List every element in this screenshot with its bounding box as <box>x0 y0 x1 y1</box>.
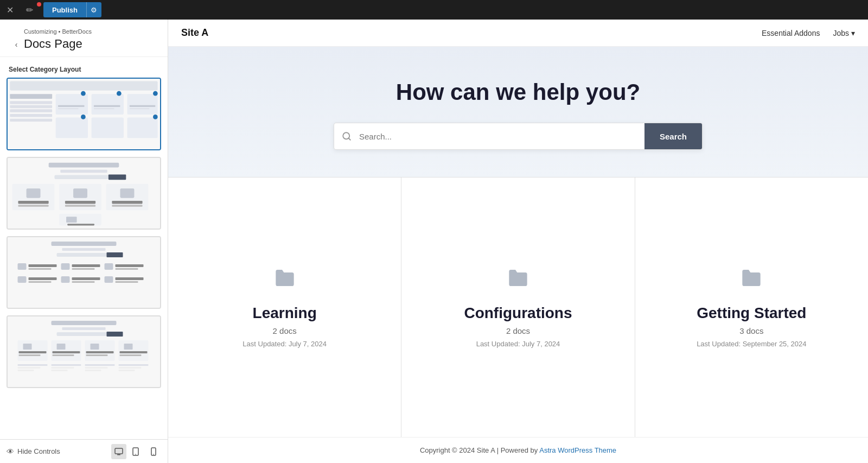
svg-rect-64 <box>116 281 138 283</box>
svg-rect-62 <box>105 276 113 283</box>
category-name-learning: Learning <box>253 305 317 322</box>
svg-rect-27 <box>108 174 126 180</box>
svg-rect-4 <box>10 109 52 112</box>
svg-rect-5 <box>10 114 52 117</box>
svg-point-17 <box>153 115 158 119</box>
site-title: Site A <box>181 27 208 39</box>
svg-rect-43 <box>52 242 117 246</box>
close-button[interactable]: ✕ <box>0 0 20 20</box>
folder-icon-learning <box>274 267 296 294</box>
category-name-configurations: Configurations <box>464 305 572 322</box>
nav-essential-addons[interactable]: Essential Addons <box>762 29 820 37</box>
footer-link[interactable]: Astra WordPress Theme <box>539 446 616 454</box>
svg-rect-33 <box>120 188 135 198</box>
jobs-chevron-icon: ▾ <box>851 29 855 37</box>
svg-point-100 <box>135 454 136 455</box>
svg-rect-88 <box>52 364 81 366</box>
layout-preview-2 <box>8 158 160 229</box>
eye-icon: 👁 <box>7 447 14 456</box>
tablet-view-button[interactable] <box>129 444 144 459</box>
layout-options <box>0 78 168 439</box>
svg-rect-46 <box>107 252 123 257</box>
svg-rect-9 <box>127 94 157 115</box>
svg-rect-23 <box>130 108 150 109</box>
svg-rect-84 <box>120 354 142 356</box>
svg-rect-53 <box>105 263 113 270</box>
mobile-view-button[interactable] <box>146 444 161 459</box>
svg-rect-96 <box>119 370 135 371</box>
breadcrumb: Customizing • BetterDocs <box>24 28 159 35</box>
category-card-learning[interactable]: Learning 2 docs Last Updated: July 7, 20… <box>168 177 401 437</box>
svg-rect-25 <box>60 170 107 173</box>
svg-rect-63 <box>116 277 144 280</box>
sidebar-bottom-bar: 👁 Hide Controls <box>0 439 168 463</box>
svg-rect-79 <box>53 351 80 353</box>
svg-rect-66 <box>62 327 106 330</box>
desktop-view-button[interactable] <box>111 444 126 459</box>
nav-right: Essential Addons Jobs ▾ <box>762 29 855 37</box>
svg-rect-35 <box>18 205 48 207</box>
svg-rect-26 <box>54 175 113 179</box>
svg-rect-80 <box>53 354 74 356</box>
svg-rect-1 <box>10 94 52 99</box>
layout-preview-3 <box>8 237 160 308</box>
layout-option-4[interactable] <box>7 315 161 388</box>
section-label: Select Category Layout <box>0 57 168 78</box>
search-input[interactable] <box>359 123 644 149</box>
svg-rect-45 <box>57 253 111 257</box>
notification-dot <box>37 2 41 7</box>
svg-rect-73 <box>23 344 32 350</box>
top-bar: ✕ ✏ Publish ⚙ <box>0 0 868 20</box>
category-card-getting-started[interactable]: Getting Started 3 docs Last Updated: Sep… <box>635 177 868 437</box>
svg-rect-39 <box>112 205 142 207</box>
svg-rect-90 <box>52 370 68 371</box>
sidebar: ‹ Customizing • BetterDocs Docs Page Sel… <box>0 20 168 463</box>
publish-button[interactable]: Publish <box>43 2 86 17</box>
svg-rect-41 <box>66 217 76 223</box>
svg-rect-81 <box>86 351 114 353</box>
edit-button[interactable]: ✏ <box>20 0 39 20</box>
back-button[interactable]: ‹ <box>9 37 24 52</box>
sidebar-page-title: Docs Page <box>24 37 159 51</box>
category-card-configurations[interactable]: Configurations 2 docs Last Updated: July… <box>401 177 635 437</box>
svg-rect-48 <box>29 264 57 267</box>
svg-rect-55 <box>116 268 138 270</box>
svg-rect-10 <box>56 117 88 138</box>
category-name-getting-started: Getting Started <box>697 305 806 322</box>
svg-rect-85 <box>18 364 48 366</box>
svg-rect-76 <box>124 344 133 350</box>
hide-controls-label: Hide Controls <box>17 447 60 455</box>
layout-option-3[interactable] <box>7 236 161 309</box>
svg-rect-68 <box>107 332 123 337</box>
svg-rect-22 <box>130 105 156 107</box>
search-button[interactable]: Search <box>644 123 702 149</box>
svg-rect-2 <box>10 101 52 104</box>
sidebar-header: ‹ Customizing • BetterDocs Docs Page <box>0 20 168 57</box>
svg-rect-94 <box>119 364 149 366</box>
svg-rect-32 <box>73 188 87 198</box>
svg-rect-57 <box>29 277 57 280</box>
svg-rect-11 <box>92 117 124 138</box>
layout-option-2[interactable] <box>7 157 161 230</box>
hide-controls-button[interactable]: 👁 Hide Controls <box>7 447 60 456</box>
svg-rect-44 <box>62 248 106 251</box>
svg-rect-34 <box>18 201 48 204</box>
folder-icon-configurations <box>507 267 529 294</box>
footer-text: Copyright © 2024 Site A | Powered by <box>420 446 539 454</box>
svg-rect-93 <box>85 370 101 371</box>
svg-rect-75 <box>91 344 99 350</box>
publish-gear-button[interactable]: ⚙ <box>86 2 101 17</box>
svg-rect-3 <box>10 105 52 108</box>
nav-jobs[interactable]: Jobs ▾ <box>833 29 855 37</box>
layout-option-1[interactable] <box>7 78 161 150</box>
layout-preview-4 <box>8 316 160 387</box>
back-icon: ‹ <box>15 40 18 49</box>
svg-rect-77 <box>19 351 47 353</box>
svg-rect-91 <box>85 364 115 366</box>
main-layout: ‹ Customizing • BetterDocs Docs Page Sel… <box>0 20 868 463</box>
svg-rect-72 <box>119 340 149 361</box>
category-updated-configurations: Last Updated: July 7, 2024 <box>476 340 560 348</box>
svg-rect-18 <box>58 105 85 107</box>
svg-rect-36 <box>65 201 95 204</box>
layout-preview-1 <box>8 79 160 149</box>
